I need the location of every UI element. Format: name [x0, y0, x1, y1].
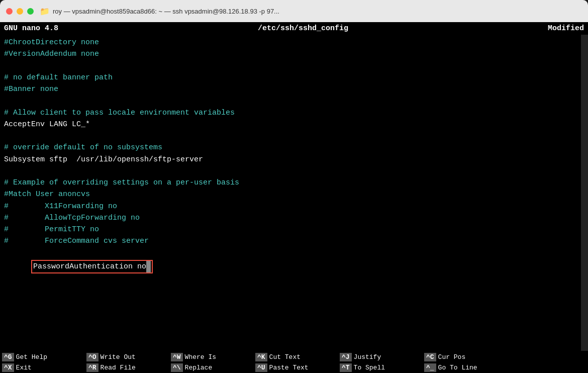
footer-item-paste-text: ^U Paste Text: [255, 363, 336, 372]
editor-line: #Banner none: [4, 83, 584, 95]
label-replace: Replace: [185, 364, 213, 371]
footer-item-where-is: ^W Where Is: [171, 353, 251, 361]
label-where-is: Where Is: [185, 353, 216, 361]
search-highlight-box: PasswordAuthentication no: [31, 260, 153, 273]
label-get-help: Get Help: [16, 353, 47, 361]
footer-item-replace: ^\ Replace: [171, 363, 251, 372]
kbd-get-help: ^G: [2, 353, 14, 361]
footer-item-go-to-line: ^_ Go To Line: [424, 363, 505, 372]
footer-item-justify: ^J Justify: [340, 353, 420, 361]
editor-area[interactable]: #ChrootDirectory none #VersionAddendum n…: [0, 35, 588, 351]
footer-item-read-file: ^R Read File: [86, 363, 167, 372]
folder-icon: 📁: [40, 7, 50, 16]
text-cursor: [146, 261, 151, 272]
editor-line: [4, 165, 584, 177]
editor-line: # override default of no subsystems: [4, 142, 584, 153]
editor-line: Subsystem sftp /usr/lib/openssh/sftp-ser…: [4, 154, 584, 165]
label-cur-pos: Cur Pos: [438, 353, 466, 361]
editor-line: # no default banner path: [4, 72, 584, 83]
editor-line: # Example of overriding settings on a pe…: [4, 177, 584, 189]
editor-line: AcceptEnv LANG LC_*: [4, 119, 584, 130]
label-paste-text: Paste Text: [269, 364, 309, 371]
kbd-exit: ^X: [2, 363, 14, 372]
editor-line: [4, 130, 584, 142]
kbd-read-file: ^R: [86, 363, 99, 372]
editor-line: # PermitTTY no: [4, 224, 584, 235]
label-exit: Exit: [16, 364, 32, 371]
kbd-write-out: ^O: [86, 353, 99, 361]
editor-line: #ChrootDirectory none: [4, 37, 584, 48]
footer-item-exit: ^X Exit: [2, 363, 82, 372]
footer-item-write-out: ^O Write Out: [86, 353, 167, 361]
label-justify: Justify: [354, 353, 381, 361]
terminal-window[interactable]: GNU nano 4.8 /etc/ssh/sshd_config Modifi…: [0, 22, 588, 373]
kbd-to-spell: ^T: [340, 363, 352, 372]
footer-item-cur-pos: ^C Cur Pos: [424, 353, 505, 361]
label-to-spell: To Spell: [354, 364, 385, 371]
editor-line: #Match User anoncvs: [4, 189, 584, 200]
footer-row-1: ^G Get Help ^O Write Out ^W Where Is ^K …: [0, 352, 588, 362]
nano-header: GNU nano 4.8 /etc/ssh/sshd_config Modifi…: [0, 22, 588, 35]
nano-filename: /etc/ssh/sshd_config: [258, 24, 348, 33]
footer-item-get-help: ^G Get Help: [2, 353, 82, 361]
kbd-cut-text: ^K: [255, 353, 267, 361]
kbd-cur-pos: ^C: [424, 353, 436, 361]
editor-line: # ForceCommand cvs server: [4, 235, 584, 247]
close-button[interactable]: [6, 8, 13, 15]
traffic-lights: [6, 8, 34, 15]
active-editor-line: PasswordAuthentication no: [4, 248, 584, 286]
nano-footer: ^G Get Help ^O Write Out ^W Where Is ^K …: [0, 351, 588, 373]
footer-item-cut-text: ^K Cut Text: [255, 353, 336, 361]
kbd-replace: ^\: [171, 363, 183, 372]
kbd-justify: ^J: [340, 353, 352, 361]
minimize-button[interactable]: [17, 8, 23, 15]
window-title: roy — vpsadmin@host859aca8d66: ~ — ssh v…: [53, 8, 279, 15]
label-write-out: Write Out: [101, 353, 136, 361]
footer-item-to-spell: ^T To Spell: [340, 363, 420, 372]
kbd-go-to-line: ^_: [424, 363, 436, 372]
footer-row-2: ^X Exit ^R Read File ^\ Replace ^U Paste…: [0, 362, 588, 373]
title-bar: 📁 roy — vpsadmin@host859aca8d66: ~ — ssh…: [0, 0, 588, 22]
scrollbar[interactable]: [581, 35, 588, 351]
nano-version: GNU nano 4.8: [4, 24, 58, 33]
nano-status: Modified: [548, 24, 584, 33]
editor-line: # X11Forwarding no: [4, 201, 584, 212]
label-read-file: Read File: [101, 364, 136, 371]
label-cut-text: Cut Text: [269, 353, 301, 361]
kbd-paste-text: ^U: [255, 363, 267, 372]
kbd-where-is: ^W: [171, 353, 183, 361]
editor-line: #VersionAddendum none: [4, 48, 584, 60]
editor-line: # Allow client to pass locale environmen…: [4, 107, 584, 119]
maximize-button[interactable]: [27, 8, 34, 15]
editor-line: [4, 95, 584, 107]
editor-line: [4, 60, 584, 72]
label-go-to-line: Go To Line: [438, 364, 477, 371]
editor-line: # AllowTcpForwarding no: [4, 212, 584, 224]
